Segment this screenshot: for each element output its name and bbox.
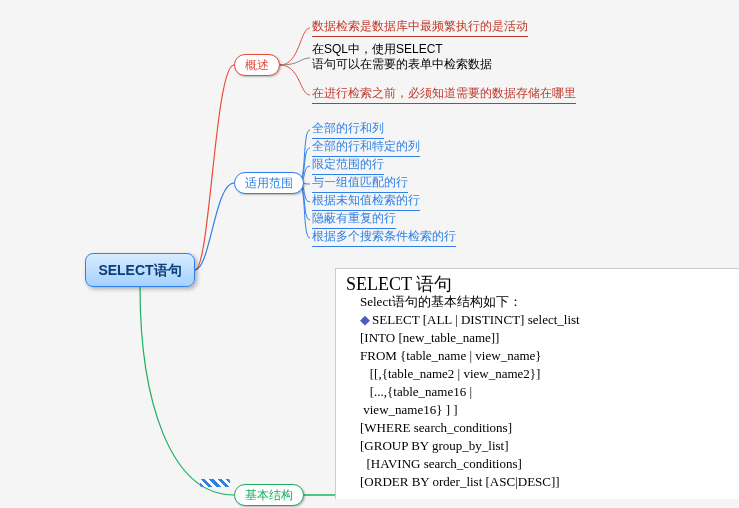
code-line: [GROUP BY group_by_list]	[360, 437, 736, 455]
collapse-handle-icon[interactable]	[200, 479, 230, 487]
code-line: FROM {table_name | view_name}	[360, 347, 736, 365]
branch-overview[interactable]: 概述	[234, 54, 280, 76]
code-subtitle: Select语句的基本结构如下：	[360, 293, 736, 311]
code-line: [ORDER BY order_list [ASC|DESC]]	[360, 473, 736, 491]
mindmap-canvas: SELECT语句 概述 适用范围 基本结构 数据检索是数据库中最频繁执行的是活动…	[0, 0, 739, 508]
leaf-overview-0[interactable]: 数据检索是数据库中最频繁执行的是活动	[312, 18, 528, 37]
leaf-scope-3[interactable]: 与一组值匹配的行	[312, 174, 408, 193]
branch-scope[interactable]: 适用范围	[234, 172, 304, 194]
leaf-overview-1[interactable]: 在SQL中，使用SELECT语句可以在需要的表单中检索数据	[312, 42, 492, 74]
leaf-scope-4[interactable]: 根据未知值检索的行	[312, 192, 420, 211]
code-line: [INTO [new_table_name]]	[360, 329, 736, 347]
leaf-scope-0[interactable]: 全部的行和列	[312, 120, 384, 139]
leaf-scope-1[interactable]: 全部的行和特定的列	[312, 138, 420, 157]
leaf-overview-2[interactable]: 在进行检索之前，必须知道需要的数据存储在哪里	[312, 85, 576, 104]
code-structure-box: SELECT 语句 Select语句的基本结构如下： SELECT [ALL |…	[335, 268, 739, 499]
leaf-scope-6[interactable]: 根据多个搜索条件检索的行	[312, 228, 456, 247]
leaf-scope-2[interactable]: 限定范围的行	[312, 156, 384, 175]
code-line: [[,{table_name2 | view_name2}]	[360, 365, 736, 383]
code-line: SELECT [ALL | DISTINCT] select_list	[360, 311, 736, 329]
leaf-text: 在SQL中，使用SELECT语句可以在需要的表单中检索数据	[312, 42, 492, 71]
code-line: [...,{table_name16 |	[360, 383, 736, 401]
leaf-scope-5[interactable]: 隐蔽有重复的行	[312, 210, 396, 229]
branch-structure[interactable]: 基本结构	[234, 484, 304, 506]
code-line: view_name16} ] ]	[360, 401, 736, 419]
code-title: SELECT 语句	[346, 275, 736, 293]
code-line: [WHERE search_conditions]	[360, 419, 736, 437]
code-line: [HAVING search_conditions]	[360, 455, 736, 473]
root-node[interactable]: SELECT语句	[85, 253, 195, 287]
